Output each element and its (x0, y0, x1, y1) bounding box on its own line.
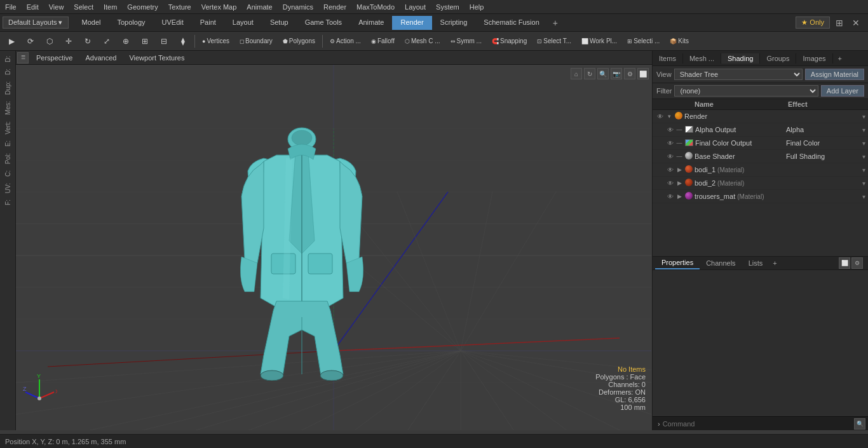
panel-expand-btn[interactable]: ⬜ (839, 257, 850, 269)
cmd-search-btn[interactable]: 🔍 (854, 418, 865, 430)
final-color-arrow[interactable]: ▾ (862, 140, 865, 147)
expand-render[interactable]: ▾ (665, 112, 673, 120)
tab-paint[interactable]: Paint (192, 16, 224, 30)
eye-alpha[interactable]: 👁 (665, 125, 675, 135)
prop-tab-lists[interactable]: Lists (742, 257, 770, 269)
trousers-arrow[interactable]: ▾ (862, 193, 865, 200)
filter-dropdown[interactable]: (none) (674, 85, 818, 97)
toolbar-move-btn[interactable]: ✛ (60, 34, 78, 49)
vp-tab-advanced[interactable]: Advanced (79, 53, 123, 63)
toolbar-transform-btn[interactable]: ⊕ (117, 34, 135, 49)
panel-settings-btn[interactable]: ⚙ (851, 257, 863, 269)
vp-tab-perspective[interactable]: Perspective (30, 53, 79, 63)
panel-tab-items[interactable]: Items (653, 53, 683, 64)
cmd-arrow-left[interactable]: › (655, 420, 663, 428)
base-shader-arrow[interactable]: ▾ (862, 153, 865, 160)
toolbar-select-btn[interactable]: ⬡ (41, 34, 58, 49)
alpha-arrow[interactable]: ▾ (862, 126, 865, 133)
toolbar-sym-btn[interactable]: ⧫ (174, 34, 192, 49)
expand-bodi1[interactable]: ▶ (675, 166, 683, 173)
sidebar-item-4[interactable]: Vert: (3, 119, 13, 137)
sidebar-item-3[interactable]: Mes: (3, 98, 13, 118)
maximize-layout-button[interactable]: ⊞ (832, 16, 846, 30)
viewport-maximize-btn[interactable]: ⬜ (637, 68, 649, 79)
bodi2-arrow[interactable]: ▾ (862, 180, 865, 187)
select-tool-btn[interactable]: ⊡ Select T... (532, 36, 576, 46)
kits-btn[interactable]: 📦 Kits (665, 36, 693, 46)
viewport-zoom-btn[interactable]: 🔍 (597, 68, 609, 79)
toolbar-reset-btn[interactable]: ⟳ (22, 34, 39, 49)
menu-layout[interactable]: Layout (400, 2, 431, 12)
expand-final-color[interactable]: — (675, 139, 683, 147)
work-plane-btn[interactable]: ⬜ Work Pl... (577, 36, 621, 46)
menu-vertex-map[interactable]: Vertex Map (196, 2, 242, 12)
viewport-menu-btn[interactable]: ☰ (17, 52, 29, 64)
tab-animate[interactable]: Animate (350, 16, 392, 30)
expand-trousers[interactable]: ▶ (675, 193, 683, 200)
render-arrow[interactable]: ▾ (862, 113, 865, 120)
menu-select[interactable]: Select (69, 2, 98, 12)
mesh-btn[interactable]: ⬡ Mesh C ... (400, 36, 445, 46)
menu-edit[interactable]: Edit (22, 2, 44, 12)
prop-tab-properties[interactable]: Properties (655, 257, 700, 269)
layout-tab-add[interactable]: + (548, 16, 563, 30)
sidebar-item-8[interactable]: UV: (3, 180, 13, 196)
snapping-btn[interactable]: 🧲 Snapping (487, 36, 531, 46)
shader-item-bodi2[interactable]: 👁 ▶ bodi_2 (Material) ▾ (653, 177, 868, 190)
eye-bodi2[interactable]: 👁 (665, 178, 675, 188)
prop-tab-add[interactable]: + (769, 257, 780, 269)
viewport-settings-btn[interactable]: ⚙ (624, 68, 635, 79)
panel-tab-groups[interactable]: Groups (760, 53, 796, 64)
panel-tab-add[interactable]: + (833, 53, 847, 64)
menu-render[interactable]: Render (318, 2, 351, 12)
eye-base[interactable]: 👁 (665, 151, 675, 161)
eye-render[interactable]: 👁 (655, 111, 665, 121)
tab-game-tools[interactable]: Game Tools (297, 16, 351, 30)
expand-alpha[interactable]: — (675, 126, 683, 133)
panel-tab-images[interactable]: Images (796, 53, 832, 64)
sidebar-item-6[interactable]: Pol: (3, 151, 13, 166)
expand-bodi2[interactable]: ▶ (675, 179, 683, 187)
settings-layout-button[interactable]: ✕ (849, 16, 863, 30)
menu-help[interactable]: Help (465, 2, 489, 12)
menu-maxtomodo[interactable]: MaxToModo (351, 2, 400, 12)
tab-layout[interactable]: Layout (224, 16, 262, 30)
toolbar-scale-btn[interactable]: ⤢ (98, 34, 116, 49)
vertices-mode-btn[interactable]: ● Vertices (198, 36, 234, 46)
tab-setup[interactable]: Setup (262, 16, 297, 30)
sidebar-item-7[interactable]: C: (3, 168, 13, 179)
selection-btn[interactable]: ⊞ Selecti ... (623, 36, 664, 46)
menu-file[interactable]: File (0, 2, 22, 12)
shader-item-trousers[interactable]: 👁 ▶ trousers_mat (Material) ▾ (653, 190, 868, 203)
tab-schematic-fusion[interactable]: Schematic Fusion (475, 16, 547, 30)
toolbar-rotate-btn[interactable]: ↻ (79, 34, 97, 49)
menu-dynamics[interactable]: Dynamics (278, 2, 318, 12)
sidebar-item-1[interactable]: D: (3, 66, 13, 78)
add-layer-button[interactable]: Add Layer (821, 85, 864, 97)
tab-topology[interactable]: Topology (109, 16, 153, 30)
shader-item-base[interactable]: 👁 — Base Shader Full Shading ▾ (653, 150, 868, 163)
sidebar-item-0[interactable]: D: (3, 53, 13, 65)
tab-scripting[interactable]: Scripting (432, 16, 476, 30)
layout-dropdown[interactable]: Default Layouts ▾ (3, 17, 69, 29)
star-only-button[interactable]: ★ Only (796, 17, 830, 29)
menu-view[interactable]: View (44, 2, 69, 12)
falloff-btn[interactable]: ◉ Falloff (367, 36, 399, 46)
viewport-camera-btn[interactable]: 📷 (611, 68, 622, 79)
viewport-rotate-btn[interactable]: ↻ (584, 68, 595, 79)
menu-animate[interactable]: Animate (241, 2, 277, 12)
menu-item[interactable]: Item (98, 2, 122, 12)
toolbar-grid-btn[interactable]: ⊟ (155, 34, 173, 49)
sidebar-item-2[interactable]: Dup: (3, 79, 13, 97)
eye-trousers[interactable]: 👁 (665, 191, 675, 201)
symm-btn[interactable]: ⇔ Symm ... (446, 36, 486, 46)
panel-tab-shading[interactable]: Shading (721, 53, 760, 64)
tab-uvedit[interactable]: UVEdit (154, 16, 192, 30)
toolbar-snap-btn[interactable]: ⊞ (136, 34, 154, 49)
assign-material-button[interactable]: Assign Material (805, 69, 864, 80)
bodi1-arrow[interactable]: ▾ (862, 166, 865, 173)
shader-item-bodi1[interactable]: 👁 ▶ bodi_1 (Material) ▾ (653, 163, 868, 177)
eye-final-color[interactable]: 👁 (665, 138, 675, 148)
tab-render[interactable]: Render (392, 16, 431, 30)
menu-texture[interactable]: Texture (163, 2, 196, 12)
